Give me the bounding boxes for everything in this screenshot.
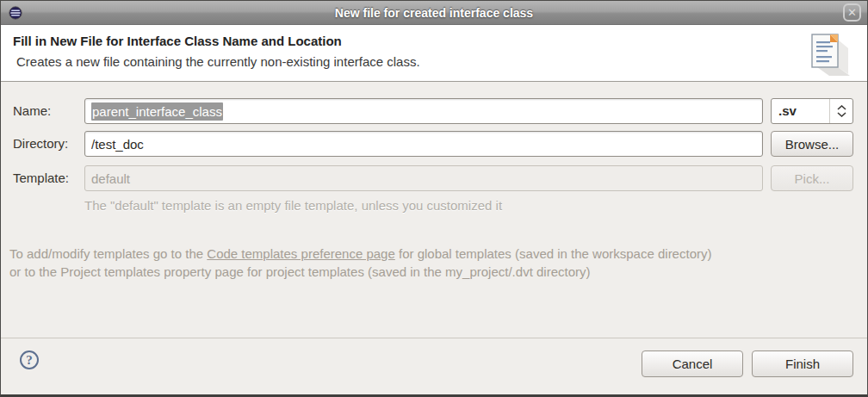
- extension-value: .sv: [772, 99, 829, 123]
- directory-input[interactable]: [84, 131, 763, 157]
- new-file-dialog: New file for created interface class ✕ F…: [0, 0, 868, 397]
- pick-button: Pick...: [771, 165, 853, 191]
- template-row: Template: Pick...: [13, 165, 853, 191]
- info-text-part1: To add/modify templates go to the: [9, 246, 207, 261]
- window-title: New file for created interface class: [335, 6, 533, 20]
- name-row: Name: parent_interface_class .sv: [13, 98, 853, 124]
- titlebar[interactable]: New file for created interface class ✕: [1, 1, 867, 25]
- template-note: The "default" template is an empty file …: [84, 198, 853, 213]
- finish-button[interactable]: Finish: [752, 350, 853, 377]
- eclipse-logo-icon: [9, 6, 22, 20]
- info-text-part3: or to the Project templates property pag…: [9, 264, 590, 279]
- templates-info-text: To add/modify templates go to the Code t…: [1, 245, 867, 281]
- code-templates-link[interactable]: Code templates preference page: [207, 246, 394, 261]
- button-bar: ? Cancel Finish: [1, 338, 867, 394]
- new-file-icon: [803, 29, 852, 81]
- cancel-button[interactable]: Cancel: [642, 350, 743, 377]
- name-label: Name:: [13, 98, 84, 124]
- name-input[interactable]: parent_interface_class: [84, 98, 763, 124]
- directory-row: Directory: Browse...: [13, 131, 853, 157]
- spinner-arrows-icon[interactable]: [829, 99, 852, 123]
- close-icon[interactable]: ✕: [843, 3, 861, 22]
- info-text-part2: for global templates (saved in the works…: [395, 246, 712, 261]
- wizard-header: Fill in New File for Interface Class Nam…: [1, 25, 867, 82]
- page-title: Fill in New File for Interface Class Nam…: [13, 34, 867, 48]
- name-selected-text: parent_interface_class: [91, 102, 223, 121]
- extension-select[interactable]: .sv: [771, 98, 853, 124]
- template-input: [84, 165, 763, 191]
- directory-label: Directory:: [13, 131, 84, 157]
- browse-button[interactable]: Browse...: [771, 131, 853, 157]
- page-subtitle: Creates a new file containing the curren…: [13, 54, 867, 69]
- template-label: Template:: [13, 165, 84, 191]
- help-icon[interactable]: ?: [20, 350, 39, 369]
- form-area: Name: parent_interface_class .sv Directo…: [1, 82, 867, 213]
